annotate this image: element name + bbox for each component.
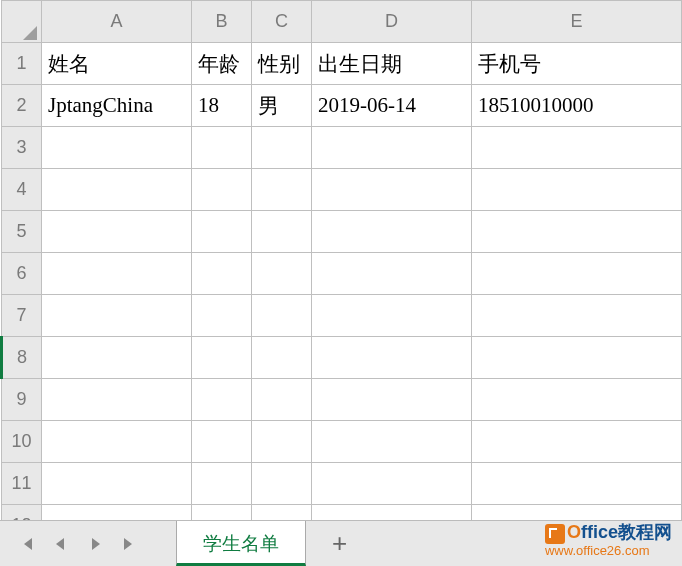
cell-b7[interactable] — [192, 295, 252, 337]
cell-c12[interactable] — [252, 505, 312, 521]
sheet-nav-first-icon[interactable] — [16, 532, 38, 556]
sheet-nav-last-icon[interactable] — [118, 532, 140, 556]
watermark-o: O — [567, 522, 581, 542]
cell-d7[interactable] — [312, 295, 472, 337]
cell-b3[interactable] — [192, 127, 252, 169]
cell-a12[interactable] — [42, 505, 192, 521]
row-header-9[interactable]: 9 — [2, 379, 42, 421]
col-header-c[interactable]: C — [252, 1, 312, 43]
cell-d2[interactable]: 2019-06-14 — [312, 85, 472, 127]
row-header-3[interactable]: 3 — [2, 127, 42, 169]
row-header-10[interactable]: 10 — [2, 421, 42, 463]
cell-d12[interactable] — [312, 505, 472, 521]
cell-e8[interactable] — [472, 337, 682, 379]
watermark-rest: ffice — [581, 522, 618, 542]
cell-e10[interactable] — [472, 421, 682, 463]
sheet-tab-bar: 学生名单 + Office教程网 www.office26.com — [0, 520, 682, 566]
watermark: Office教程网 www.office26.com — [545, 523, 672, 558]
row-header-7[interactable]: 7 — [2, 295, 42, 337]
cell-a10[interactable] — [42, 421, 192, 463]
cell-c6[interactable] — [252, 253, 312, 295]
watermark-cn: 教程网 — [618, 522, 672, 542]
cell-c11[interactable] — [252, 463, 312, 505]
cell-d10[interactable] — [312, 421, 472, 463]
cell-a4[interactable] — [42, 169, 192, 211]
cell-b11[interactable] — [192, 463, 252, 505]
cell-e1[interactable]: 手机号 — [472, 43, 682, 85]
cell-b9[interactable] — [192, 379, 252, 421]
cell-c3[interactable] — [252, 127, 312, 169]
cell-d5[interactable] — [312, 211, 472, 253]
row-header-2[interactable]: 2 — [2, 85, 42, 127]
cell-d9[interactable] — [312, 379, 472, 421]
cell-c8[interactable] — [252, 337, 312, 379]
cell-a8[interactable] — [42, 337, 192, 379]
cell-c10[interactable] — [252, 421, 312, 463]
cell-c5[interactable] — [252, 211, 312, 253]
cell-c4[interactable] — [252, 169, 312, 211]
cell-b6[interactable] — [192, 253, 252, 295]
cell-d6[interactable] — [312, 253, 472, 295]
row-header-11[interactable]: 11 — [2, 463, 42, 505]
cell-b10[interactable] — [192, 421, 252, 463]
cell-a11[interactable] — [42, 463, 192, 505]
cell-d8[interactable] — [312, 337, 472, 379]
cell-e11[interactable] — [472, 463, 682, 505]
col-header-b[interactable]: B — [192, 1, 252, 43]
sheet-nav-next-icon[interactable] — [84, 532, 106, 556]
cell-c1[interactable]: 性别 — [252, 43, 312, 85]
cell-d4[interactable] — [312, 169, 472, 211]
cell-e12[interactable] — [472, 505, 682, 521]
cell-a6[interactable] — [42, 253, 192, 295]
row-header-12[interactable]: 12 — [2, 505, 42, 521]
row-header-6[interactable]: 6 — [2, 253, 42, 295]
cell-b1[interactable]: 年龄 — [192, 43, 252, 85]
cell-a1[interactable]: 姓名 — [42, 43, 192, 85]
cell-a2[interactable]: JptangChina — [42, 85, 192, 127]
cell-b8[interactable] — [192, 337, 252, 379]
cell-d3[interactable] — [312, 127, 472, 169]
cell-b2[interactable]: 18 — [192, 85, 252, 127]
select-all-corner[interactable] — [2, 1, 42, 43]
cell-c9[interactable] — [252, 379, 312, 421]
watermark-url: www.office26.com — [545, 544, 672, 558]
cell-e3[interactable] — [472, 127, 682, 169]
cell-e9[interactable] — [472, 379, 682, 421]
cell-e7[interactable] — [472, 295, 682, 337]
cell-a7[interactable] — [42, 295, 192, 337]
add-sheet-button[interactable]: + — [324, 528, 355, 559]
office-logo-icon — [545, 524, 565, 544]
col-header-e[interactable]: E — [472, 1, 682, 43]
cell-c7[interactable] — [252, 295, 312, 337]
cell-a3[interactable] — [42, 127, 192, 169]
cell-e4[interactable] — [472, 169, 682, 211]
cell-b4[interactable] — [192, 169, 252, 211]
sheet-tab-active[interactable]: 学生名单 — [176, 521, 306, 566]
cell-d11[interactable] — [312, 463, 472, 505]
cell-b12[interactable] — [192, 505, 252, 521]
cell-d1[interactable]: 出生日期 — [312, 43, 472, 85]
col-header-d[interactable]: D — [312, 1, 472, 43]
row-header-8[interactable]: 8 — [2, 337, 42, 379]
cell-a5[interactable] — [42, 211, 192, 253]
row-header-4[interactable]: 4 — [2, 169, 42, 211]
cell-e2[interactable]: 18510010000 — [472, 85, 682, 127]
sheet-nav-prev-icon[interactable] — [50, 532, 72, 556]
cell-c2[interactable]: 男 — [252, 85, 312, 127]
cell-b5[interactable] — [192, 211, 252, 253]
cell-e5[interactable] — [472, 211, 682, 253]
row-header-1[interactable]: 1 — [2, 43, 42, 85]
col-header-a[interactable]: A — [42, 1, 192, 43]
cell-e6[interactable] — [472, 253, 682, 295]
row-header-5[interactable]: 5 — [2, 211, 42, 253]
cell-a9[interactable] — [42, 379, 192, 421]
